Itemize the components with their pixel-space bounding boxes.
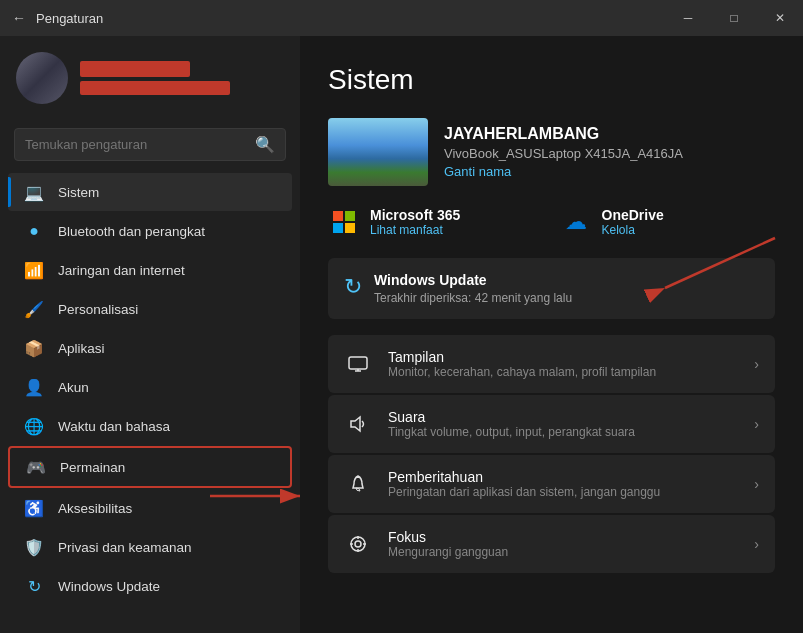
setting-pemberitahuan[interactable]: Pemberitahuan Peringatan dari aplikasi d… — [328, 455, 775, 513]
update-info: Windows Update Terakhir diperiksa: 42 me… — [374, 272, 572, 305]
user-email-redacted — [80, 81, 230, 95]
sidebar-item-label: Permainan — [60, 460, 125, 475]
service-microsoft365[interactable]: Microsoft 365 Lihat manfaat — [328, 206, 544, 238]
sidebar: 🔍 💻 Sistem ● Bluetooth dan perangkat 📶 J… — [0, 36, 300, 633]
svg-rect-8 — [349, 357, 367, 369]
onedrive-icon: ☁ — [560, 206, 592, 238]
update-section: ↻ Windows Update Terakhir diperiksa: 42 … — [328, 258, 775, 319]
nav-list: 💻 Sistem ● Bluetooth dan perangkat 📶 Jar… — [0, 173, 300, 605]
services-row: Microsoft 365 Lihat manfaat ☁ OneDrive K… — [328, 206, 775, 238]
network-icon: 📶 — [24, 260, 44, 280]
titlebar-controls: ─ □ ✕ — [665, 0, 803, 36]
sidebar-item-waktu[interactable]: 🌐 Waktu dan bahasa — [8, 407, 292, 445]
setting-fokus[interactable]: Fokus Mengurangi gangguan › — [328, 515, 775, 573]
search-input[interactable] — [25, 137, 247, 152]
chevron-right-icon: › — [754, 416, 759, 432]
maximize-button[interactable]: □ — [711, 0, 757, 36]
privacy-icon: 🛡️ — [24, 537, 44, 557]
windows-update-icon: ↻ — [24, 576, 44, 596]
svg-rect-3 — [345, 211, 355, 221]
sidebar-item-label: Sistem — [58, 185, 99, 200]
sidebar-item-jaringan[interactable]: 📶 Jaringan dan internet — [8, 251, 292, 289]
sistem-icon: 💻 — [24, 182, 44, 202]
setting-name: Pemberitahuan — [388, 469, 738, 485]
device-name: JAYAHERLAMBANG — [444, 125, 683, 143]
sidebar-item-personalisasi[interactable]: 🖌️ Personalisasi — [8, 290, 292, 328]
update-title: Windows Update — [374, 272, 572, 288]
service-info: Microsoft 365 Lihat manfaat — [370, 207, 460, 237]
time-icon: 🌐 — [24, 416, 44, 436]
chevron-right-icon: › — [754, 536, 759, 552]
svg-rect-4 — [333, 223, 343, 233]
device-thumbnail — [328, 118, 428, 186]
titlebar-title: Pengaturan — [36, 11, 103, 26]
update-icon: ↻ — [344, 274, 362, 300]
fokus-icon — [344, 530, 372, 558]
sidebar-item-label: Personalisasi — [58, 302, 138, 317]
service-onedrive[interactable]: ☁ OneDrive Kelola — [560, 206, 776, 238]
device-rename-link[interactable]: Ganti nama — [444, 164, 683, 179]
gaming-icon: 🎮 — [26, 457, 46, 477]
setting-tampilan[interactable]: Tampilan Monitor, kecerahan, cahaya mala… — [328, 335, 775, 393]
search-icon: 🔍 — [255, 135, 275, 154]
minimize-button[interactable]: ─ — [665, 0, 711, 36]
sidebar-item-label: Jaringan dan internet — [58, 263, 185, 278]
account-icon: 👤 — [24, 377, 44, 397]
sidebar-item-label: Privasi dan keamanan — [58, 540, 192, 555]
user-info — [80, 61, 230, 95]
suara-icon — [344, 410, 372, 438]
titlebar-left: ← Pengaturan — [12, 10, 103, 26]
chevron-right-icon: › — [754, 476, 759, 492]
device-card: JAYAHERLAMBANG VivoBook_ASUSLaptop X415J… — [328, 118, 775, 186]
setting-desc: Peringatan dari aplikasi dan sistem, jan… — [388, 485, 738, 499]
setting-name: Suara — [388, 409, 738, 425]
sidebar-item-aksesibilitas[interactable]: ♿ Aksesibilitas — [8, 489, 292, 527]
setting-text: Tampilan Monitor, kecerahan, cahaya mala… — [388, 349, 738, 379]
setting-suara[interactable]: Suara Tingkat volume, output, input, per… — [328, 395, 775, 453]
accessibility-icon: ♿ — [24, 498, 44, 518]
service-name: OneDrive — [602, 207, 664, 223]
avatar — [16, 52, 68, 104]
sidebar-item-windows-update[interactable]: ↻ Windows Update — [8, 567, 292, 605]
settings-list: Tampilan Monitor, kecerahan, cahaya mala… — [328, 335, 775, 573]
sidebar-item-label: Aksesibilitas — [58, 501, 132, 516]
device-info: JAYAHERLAMBANG VivoBook_ASUSLaptop X415J… — [444, 125, 683, 179]
sidebar-item-privasi[interactable]: 🛡️ Privasi dan keamanan — [8, 528, 292, 566]
sidebar-item-akun[interactable]: 👤 Akun — [8, 368, 292, 406]
service-name: Microsoft 365 — [370, 207, 460, 223]
svg-rect-5 — [345, 223, 355, 233]
user-profile[interactable] — [0, 36, 300, 120]
sidebar-item-label: Akun — [58, 380, 89, 395]
apps-icon: 📦 — [24, 338, 44, 358]
personalization-icon: 🖌️ — [24, 299, 44, 319]
sidebar-item-bluetooth[interactable]: ● Bluetooth dan perangkat — [8, 212, 292, 250]
device-model: VivoBook_ASUSLaptop X415JA_A416JA — [444, 146, 683, 161]
back-button[interactable]: ← — [12, 10, 26, 26]
sidebar-item-permainan[interactable]: 🎮 Permainan — [8, 446, 292, 488]
setting-name: Tampilan — [388, 349, 738, 365]
bluetooth-icon: ● — [24, 221, 44, 241]
service-action[interactable]: Kelola — [602, 223, 664, 237]
window: ← Pengaturan ─ □ ✕ — [0, 0, 803, 633]
sidebar-item-sistem[interactable]: 💻 Sistem — [8, 173, 292, 211]
setting-desc: Monitor, kecerahan, cahaya malam, profil… — [388, 365, 738, 379]
windows-update-banner[interactable]: ↻ Windows Update Terakhir diperiksa: 42 … — [328, 258, 775, 319]
sidebar-item-label: Waktu dan bahasa — [58, 419, 170, 434]
svg-point-13 — [355, 541, 361, 547]
service-action[interactable]: Lihat manfaat — [370, 223, 460, 237]
setting-name: Fokus — [388, 529, 738, 545]
search-container: 🔍 — [0, 120, 300, 169]
microsoft365-icon — [328, 206, 360, 238]
tampilan-icon — [344, 350, 372, 378]
sidebar-item-aplikasi[interactable]: 📦 Aplikasi — [8, 329, 292, 367]
setting-desc: Mengurangi gangguan — [388, 545, 738, 559]
svg-point-12 — [351, 537, 365, 551]
setting-text: Fokus Mengurangi gangguan — [388, 529, 738, 559]
svg-marker-11 — [351, 417, 360, 431]
close-button[interactable]: ✕ — [757, 0, 803, 36]
titlebar: ← Pengaturan ─ □ ✕ — [0, 0, 803, 36]
search-box[interactable]: 🔍 — [14, 128, 286, 161]
update-subtitle: Terakhir diperiksa: 42 menit yang lalu — [374, 291, 572, 305]
main-area: 🔍 💻 Sistem ● Bluetooth dan perangkat 📶 J… — [0, 36, 803, 633]
service-info: OneDrive Kelola — [602, 207, 664, 237]
